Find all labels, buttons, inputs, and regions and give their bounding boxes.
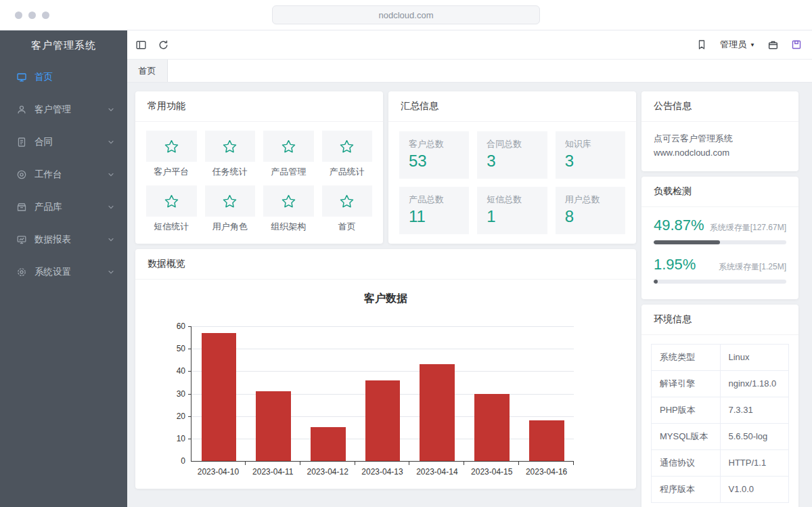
- bar: [365, 380, 401, 461]
- browser-bar: nodcloud.com: [0, 0, 812, 30]
- y-axis-label: 40: [177, 366, 185, 376]
- sidebar-item-产品库[interactable]: 产品库: [0, 191, 127, 223]
- sidebar-item-系统设置[interactable]: 系统设置: [0, 256, 127, 288]
- quick-function-短信统计[interactable]: 短信统计: [146, 185, 197, 233]
- quick-function-label: 首页: [322, 221, 373, 233]
- summary-label: 知识库: [565, 138, 616, 150]
- address-bar[interactable]: nodcloud.com: [272, 5, 540, 24]
- x-axis-label: 2023-04-15: [464, 467, 519, 477]
- x-tick: [246, 462, 300, 465]
- quick-function-客户平台[interactable]: 客户平台: [146, 131, 197, 178]
- user-icon: [16, 104, 27, 115]
- quick-function-tile: [146, 185, 197, 217]
- environment-table: 系统类型Linux解译引擎nginx/1.18.0PHP版本7.3.31MYSQ…: [651, 344, 789, 503]
- quick-function-组织架构[interactable]: 组织架构: [263, 185, 314, 233]
- star-icon: [164, 194, 179, 209]
- x-tick: [300, 462, 355, 465]
- quick-function-产品管理[interactable]: 产品管理: [263, 131, 314, 178]
- chart-x-labels: 2023-04-102023-04-112023-04-122023-04-13…: [191, 467, 574, 477]
- chart-x-ticks: [191, 462, 574, 465]
- box-icon: [16, 202, 27, 213]
- sidebar-item-客户管理[interactable]: 客户管理: [0, 93, 127, 126]
- quick-function-label: 产品统计: [322, 166, 373, 178]
- summary-value: 8: [565, 207, 616, 226]
- env-value: Linux: [720, 344, 789, 370]
- sidebar-item-label: 系统设置: [35, 266, 71, 278]
- gear-icon: [16, 267, 27, 278]
- sidebar-item-首页[interactable]: 首页: [0, 61, 127, 93]
- x-axis-label: 2023-04-13: [355, 467, 410, 477]
- summary-card: 汇总信息 客户总数53合同总数3知识库3产品总数11短信总数1用户总数8: [388, 91, 636, 244]
- tab-home[interactable]: 首页: [127, 60, 168, 82]
- star-icon: [222, 139, 238, 154]
- quick-function-label: 任务统计: [205, 166, 256, 178]
- quick-function-产品统计[interactable]: 产品统计: [322, 131, 373, 178]
- tab-bar: 首页: [127, 60, 812, 83]
- chart-title: 客户数据: [135, 292, 636, 306]
- x-axis-label: 2023-04-10: [191, 467, 246, 477]
- star-icon: [222, 194, 238, 209]
- summary-value: 11: [409, 207, 459, 226]
- sidebar-item-工作台[interactable]: 工作台: [0, 158, 127, 191]
- progress-bar: [654, 240, 786, 244]
- env-value: nginx/1.18.0: [720, 370, 789, 397]
- table-row: 系统类型Linux: [652, 344, 789, 370]
- x-tick: [519, 462, 574, 465]
- quick-function-用户角色[interactable]: 用户角色: [205, 185, 256, 233]
- progress-fill: [654, 280, 658, 284]
- table-row: 程序版本V1.0.0: [652, 476, 789, 502]
- quick-function-任务统计[interactable]: 任务统计: [205, 131, 256, 178]
- bar: [202, 333, 237, 461]
- quick-function-tile: [263, 131, 314, 162]
- sidebar-item-label: 合同: [35, 136, 53, 148]
- bookmark-icon[interactable]: [696, 39, 708, 51]
- sidebar-item-合同[interactable]: 合同: [0, 126, 127, 158]
- env-value: 7.3.31: [720, 397, 789, 423]
- table-row: 通信协议HTTP/1.1: [652, 449, 789, 476]
- bar: [420, 364, 455, 461]
- window-controls[interactable]: [15, 12, 49, 19]
- chevron-down-icon: [107, 268, 115, 276]
- sidebar-item-数据报表[interactable]: 数据报表: [0, 223, 127, 256]
- star-icon: [339, 139, 355, 154]
- env-label: MYSQL版本: [652, 423, 721, 449]
- summary-label: 短信总数: [487, 194, 537, 206]
- load-item: 1.95%系统缓存量[1.25M]: [654, 256, 786, 284]
- quick-function-首页[interactable]: 首页: [322, 185, 373, 233]
- env-label: 通信协议: [652, 449, 721, 476]
- bar-slot: [300, 326, 355, 461]
- chevron-down-icon: [107, 138, 115, 146]
- environment-card: 环境信息 系统类型Linux解译引擎nginx/1.18.0PHP版本7.3.3…: [641, 305, 798, 507]
- window-dot-icon[interactable]: [28, 12, 36, 19]
- bar-slot: [355, 326, 410, 461]
- user-menu[interactable]: 管理员 ▼: [720, 39, 755, 51]
- star-icon: [339, 194, 355, 209]
- save-icon[interactable]: [791, 39, 803, 51]
- summary-value: 53: [409, 152, 459, 171]
- window-dot-icon[interactable]: [42, 12, 49, 19]
- briefcase-icon[interactable]: [767, 39, 779, 51]
- sidebar-item-label: 客户管理: [35, 104, 71, 116]
- window-dot-icon[interactable]: [15, 12, 22, 19]
- toolbar: 管理员 ▼: [127, 30, 812, 60]
- bars: [191, 326, 574, 461]
- env-value: HTTP/1.1: [720, 449, 789, 476]
- quick-function-label: 用户角色: [205, 221, 256, 233]
- env-value: V1.0.0: [720, 476, 789, 502]
- chevron-down-icon: [107, 106, 115, 114]
- collapse-sidebar-icon[interactable]: [135, 39, 147, 51]
- quick-function-tile: [146, 131, 197, 162]
- data-overview-card: 数据概览 客户数据 0102030405060 2023-04-102023-0…: [135, 249, 636, 489]
- x-axis-label: 2023-04-16: [519, 467, 574, 477]
- load-item: 49.87%系统缓存量[127.67M]: [654, 217, 786, 244]
- quick-function-label: 短信统计: [146, 221, 197, 233]
- summary-tile-客户总数: 客户总数53: [399, 131, 469, 179]
- target-icon: [16, 169, 27, 180]
- app-window: nodcloud.com 客户管理系统 首页客户管理合同工作台产品库数据报表系统…: [0, 0, 812, 507]
- chart-board-icon: [16, 234, 27, 245]
- refresh-icon[interactable]: [158, 39, 169, 51]
- y-axis-label: 30: [177, 389, 185, 399]
- load-list: 49.87%系统缓存量[127.67M]1.95%系统缓存量[1.25M]: [641, 207, 798, 299]
- document-icon: [16, 137, 27, 148]
- y-axis-label: 10: [177, 434, 185, 443]
